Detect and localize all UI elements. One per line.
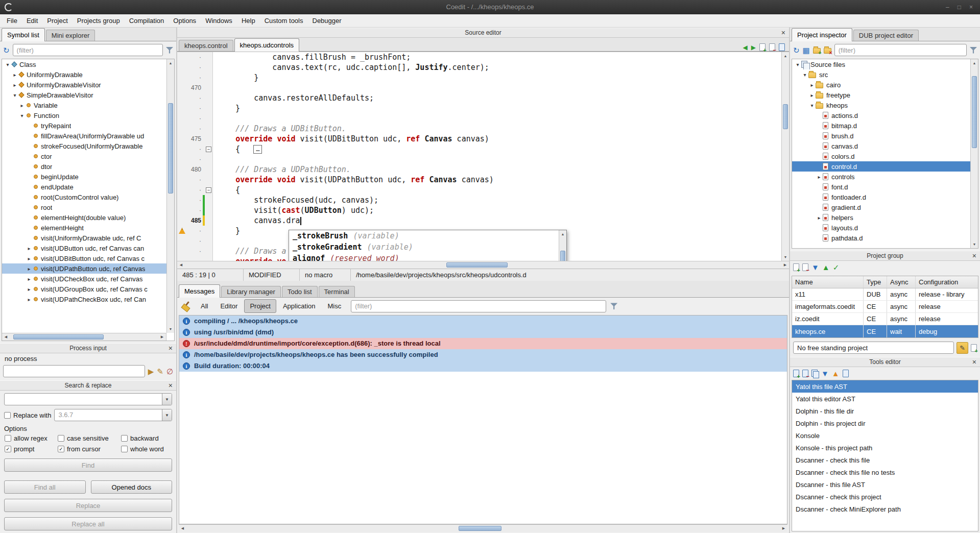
file-item[interactable]: ▸controls <box>792 172 970 182</box>
scroll-thumb[interactable] <box>459 526 501 531</box>
scroll-up-icon[interactable]: ▲ <box>559 231 566 237</box>
file-tree-vscrollbar[interactable]: ▲ ▼ <box>970 59 978 248</box>
collapsed-icon[interactable]: ▸ <box>26 276 33 282</box>
code-line[interactable]: · } <box>177 72 781 83</box>
file-item[interactable]: ▸cairo <box>792 80 970 90</box>
collapsed-icon[interactable]: ▸ <box>11 72 18 78</box>
file-item[interactable]: ▸freetype <box>792 90 970 100</box>
file-item[interactable]: bitmap.d <box>792 120 970 131</box>
process-input-field[interactable] <box>3 365 145 377</box>
checkbox-from-cursor[interactable]: ✓from cursor <box>58 445 121 453</box>
checkbox-allow-regex[interactable]: allow regex <box>5 434 58 442</box>
tab-todo-list[interactable]: Todo list <box>282 286 318 297</box>
scroll-up-icon[interactable]: ▲ <box>971 60 978 66</box>
menu-projects-group[interactable]: Projects group <box>73 15 125 27</box>
find-button[interactable]: Find <box>4 458 172 472</box>
remove-project-icon[interactable] <box>802 263 808 271</box>
tab-project-inspector[interactable]: Project inspector <box>792 28 852 41</box>
scroll-down-icon[interactable]: ▼ <box>971 241 978 248</box>
code-line[interactable]: · visit(cast(UDButton) udc); <box>177 205 781 215</box>
code-line[interactable]: 485 canvas.dra <box>177 215 781 226</box>
close-icon[interactable]: × <box>972 252 976 260</box>
symbol-item[interactable]: root <box>2 202 166 212</box>
symbol-item[interactable]: ▾Function <box>2 110 166 120</box>
column-header-async[interactable]: Async <box>887 276 916 288</box>
file-item[interactable]: gradient.d <box>792 202 970 212</box>
remove-tool-icon[interactable] <box>802 370 808 377</box>
run-tool-icon[interactable] <box>843 370 849 377</box>
symbol-item[interactable]: ctor <box>2 151 166 161</box>
project-row-imageformats-coedit[interactable]: imageformats.coeditCEasyncrelease <box>792 301 978 313</box>
symbol-item[interactable]: ▸visit(UDPathCheckBox udc, ref Can <box>2 294 166 304</box>
code-line[interactable]: · override void visit(UDPathButton udc, … <box>177 175 781 185</box>
code-line[interactable]: 470 <box>177 83 781 93</box>
replace-combo[interactable]: 3.6.7 ▼ <box>54 409 172 421</box>
collapsed-icon[interactable]: ▸ <box>26 286 33 292</box>
symbol-item[interactable]: ▸visit(UDButton udc, ref Canvas can <box>2 243 166 253</box>
code-line[interactable]: 480 /// Draws a UDPathButton. <box>177 164 781 175</box>
expanded-icon[interactable]: ▾ <box>808 103 816 108</box>
code-line[interactable]: · <box>177 113 781 124</box>
checkbox-prompt[interactable]: ✓prompt <box>5 445 58 453</box>
minimize-icon[interactable]: – <box>946 4 949 11</box>
open-file-icon[interactable] <box>779 43 785 51</box>
scroll-right-icon[interactable]: ▶ <box>780 525 787 532</box>
checkbox-replace-with[interactable]: Replace with <box>4 411 51 419</box>
menu-project[interactable]: Project <box>42 15 72 27</box>
symbol-tree-hscrollbar[interactable]: ◀ ▶ <box>2 333 166 341</box>
message-row[interactable]: !/usr/include/dmd/druntime/import/core/e… <box>179 338 787 349</box>
new-file-icon[interactable] <box>759 43 766 51</box>
editor-vscrollbar[interactable]: ▲ ▼ <box>781 52 789 261</box>
add-project-icon[interactable] <box>793 263 799 271</box>
file-item[interactable]: ▾src <box>792 69 970 80</box>
async-check-icon[interactable]: ✓ <box>833 263 840 271</box>
cancel-icon[interactable]: ∅ <box>166 368 173 375</box>
menu-compilation[interactable]: Compilation <box>125 15 169 27</box>
menu-edit[interactable]: Edit <box>22 15 42 27</box>
scroll-up-icon[interactable]: ▲ <box>782 53 789 59</box>
project-filter-input[interactable]: (filter) <box>834 44 967 56</box>
edit-pencil-icon[interactable]: ✎ <box>957 342 968 354</box>
collapsed-icon[interactable]: ▸ <box>808 92 816 98</box>
symbol-item[interactable]: ▾Class <box>2 59 166 69</box>
scroll-thumb[interactable] <box>168 103 173 193</box>
symbol-tree-vscrollbar[interactable]: ▲ ▼ <box>166 59 174 333</box>
symbol-item[interactable]: strokeFocused(UniformlyDrawable <box>2 141 166 151</box>
filter-editor[interactable]: Editor <box>214 299 243 313</box>
project-row-iz-coedit[interactable]: iz.coeditCEasyncrelease <box>792 313 978 325</box>
menu-debugger[interactable]: Debugger <box>308 15 346 27</box>
symbol-filter-input[interactable]: (filter) <box>13 44 163 56</box>
checkbox-backward[interactable]: backward <box>121 434 176 442</box>
tab-messages[interactable]: Messages <box>179 284 220 298</box>
symbol-item[interactable]: ▸visit(UDBitButton udc, ref Canvas c <box>2 253 166 263</box>
file-item[interactable]: ▾kheops <box>792 100 970 110</box>
code-line[interactable]: · canvas.text(rc, udc.caption[], Justify… <box>177 62 781 72</box>
scroll-down-icon[interactable]: ▼ <box>782 254 789 260</box>
scroll-right-icon[interactable]: ▶ <box>782 261 788 269</box>
tool-item-dscanner-check-this-project[interactable]: Dscanner - check this project <box>792 491 978 503</box>
free-standing-project-field[interactable]: No free standing project <box>793 342 954 354</box>
expanded-icon[interactable]: ▾ <box>18 113 26 118</box>
fold-toggle-icon[interactable]: − <box>206 147 211 152</box>
expanded-icon[interactable]: ▾ <box>801 72 808 78</box>
close-window-icon[interactable]: × <box>969 4 973 11</box>
filter-funnel-icon[interactable] <box>166 46 173 54</box>
file-item[interactable]: control.d <box>792 161 970 172</box>
close-icon[interactable]: × <box>972 358 976 366</box>
close-icon[interactable]: × <box>169 381 173 390</box>
symbol-item[interactable]: ▸visit(UDCheckBox udc, ref Canvas <box>2 274 166 284</box>
code-editor[interactable]: · canvas.fillBrush = _brushFont;· canvas… <box>177 52 789 261</box>
add-folder-icon[interactable] <box>813 48 821 54</box>
menu-windows[interactable]: Windows <box>201 15 237 27</box>
filter-funnel-icon[interactable] <box>610 303 617 310</box>
forward-icon[interactable]: ▶ <box>751 44 756 51</box>
code-line[interactable]: · } <box>177 103 781 113</box>
completion-item[interactable]: alignof(reserved word) <box>289 253 559 261</box>
grid-view-icon[interactable]: ▦ <box>803 46 810 54</box>
file-item[interactable]: actions.d <box>792 110 970 120</box>
filter-application[interactable]: Application <box>277 299 321 313</box>
tool-item-dscanner-this-file-ast[interactable]: Dscanner - this file AST <box>792 478 978 491</box>
tool-item-konsole-this-project-path[interactable]: Konsole - this project path <box>792 442 978 454</box>
move-up-icon[interactable]: ▲ <box>822 263 830 271</box>
scroll-left-icon[interactable]: ◀ <box>178 261 184 269</box>
